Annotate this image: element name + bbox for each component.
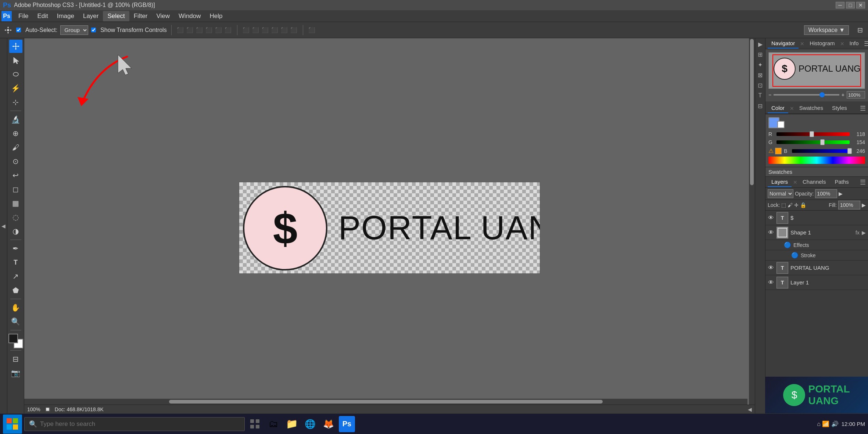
show-transform-checkbox[interactable] (91, 28, 96, 32)
rt-icon-5[interactable]: T (756, 91, 765, 100)
fill-input[interactable] (838, 201, 860, 209)
panel-collapse-left[interactable]: ◀ (0, 38, 7, 413)
dodge-tool[interactable]: ◑ (9, 225, 22, 238)
eyedropper-tool[interactable]: 🔬 (9, 113, 22, 126)
b-thumb[interactable] (847, 148, 852, 154)
zoom-minus[interactable]: − (768, 92, 771, 98)
dist-v-centers[interactable]: ⬛ (251, 26, 260, 35)
layer-visibility-dollar[interactable]: 👁 (768, 215, 774, 221)
layer-visibility-shape1[interactable]: 👁 (768, 229, 774, 236)
taskbar-firefox-icon[interactable]: 🦊 (320, 416, 337, 432)
move-tool[interactable] (9, 40, 22, 53)
maximize-button[interactable]: □ (846, 2, 855, 8)
eraser-tool[interactable]: ◻ (9, 183, 22, 196)
minimize-button[interactable]: ─ (836, 2, 844, 8)
menu-help[interactable]: Help (205, 11, 227, 21)
auto-select-dropdown[interactable]: Group Layer (60, 25, 88, 35)
nav-zoom-input[interactable] (847, 91, 865, 98)
r-thumb[interactable] (810, 131, 814, 137)
taskbar-chrome-icon[interactable]: 🌐 (302, 416, 318, 432)
foreground-color-swatch[interactable] (8, 334, 18, 343)
layer-item-layer1[interactable]: 👁 T Layer 1 (765, 275, 868, 290)
lock-all[interactable]: 🔒 (800, 202, 806, 208)
r-slider[interactable] (776, 132, 850, 136)
g-slider[interactable] (776, 140, 850, 144)
bg-swatch[interactable] (777, 121, 785, 128)
selection-tool[interactable] (9, 54, 22, 67)
opacity-arrow[interactable]: ▶ (839, 191, 843, 197)
v-scroll-thumb[interactable] (750, 39, 754, 186)
color-panel-menu[interactable]: ☰ (860, 104, 866, 112)
align-right-edges[interactable]: ⬛ (195, 26, 204, 35)
dist-left[interactable]: ⬛ (270, 26, 279, 35)
nav-zoom-slider[interactable] (774, 94, 839, 96)
nav-arrow-left[interactable]: ◀ (748, 406, 752, 412)
hand-tool[interactable]: ✋ (9, 301, 22, 314)
layer-visibility-layer1[interactable]: 👁 (768, 279, 774, 286)
transform-icon[interactable]: ⬛ (308, 26, 316, 35)
layer-arrow-shape1[interactable]: ▶ (862, 230, 866, 236)
blend-mode-dropdown[interactable]: Normal Multiply Screen (768, 189, 793, 198)
canvas-area[interactable]: $ PORTAL UANG 100% 🔲 Doc: (24, 38, 755, 413)
dist-bottom[interactable]: ⬛ (261, 26, 270, 35)
magic-wand[interactable]: ⚡ (9, 82, 22, 95)
shape-tool[interactable]: ⬟ (9, 284, 22, 297)
opacity-input[interactable] (815, 189, 837, 198)
h-scroll-thumb[interactable] (169, 400, 603, 403)
layer-item-shape1[interactable]: 👁 Shape 1 fx ▶ (765, 225, 868, 240)
taskbar-ps-icon[interactable]: Ps (339, 416, 355, 432)
rt-icon-4[interactable]: ⊡ (756, 81, 765, 90)
tab-layers[interactable]: Layers (768, 177, 792, 187)
tab-color[interactable]: Color (768, 103, 788, 113)
search-bar[interactable]: 🔍 (24, 417, 245, 431)
lock-transparent[interactable]: ⬚ (781, 202, 786, 208)
fill-arrow[interactable]: ▶ (862, 202, 866, 208)
menu-filter[interactable]: Filter (129, 11, 152, 21)
layers-panel-menu[interactable]: ☰ (860, 178, 866, 186)
color-gradient-bar[interactable] (768, 157, 865, 164)
taskbar-files-icon[interactable]: 📁 (284, 416, 300, 432)
lasso-tool[interactable] (9, 68, 22, 81)
layer-fx-icon[interactable]: fx (856, 230, 860, 236)
clone-tool[interactable]: ⊙ (9, 155, 22, 168)
tab-styles[interactable]: Styles (828, 103, 851, 113)
fg-bg-swatches[interactable] (8, 334, 23, 348)
search-input[interactable] (40, 420, 240, 428)
align-centers-h[interactable]: ⬛ (214, 26, 223, 35)
align-top-edges[interactable]: ⬛ (205, 26, 214, 35)
align-centers-v[interactable]: ⬛ (186, 26, 194, 35)
color-close[interactable]: ✕ (790, 105, 794, 111)
workspace-button[interactable]: Workspace ▼ (804, 25, 849, 35)
layer-item-portal[interactable]: 👁 T PORTAL UANG (765, 261, 868, 275)
layer-item-dollar[interactable]: 👁 T $ (765, 211, 868, 225)
menu-layer[interactable]: Layer (79, 11, 103, 21)
healing-tool[interactable]: ⊕ (9, 127, 22, 140)
screen-mode[interactable]: ⊟ (9, 352, 22, 366)
move-tool-icon[interactable] (3, 25, 13, 35)
zoom-tool[interactable]: 🔍 (9, 315, 22, 328)
menu-view[interactable]: View (152, 11, 175, 21)
camera-raw[interactable]: 📷 (9, 366, 22, 380)
tab-channels[interactable]: Channels (799, 177, 829, 187)
align-left-edges[interactable]: ⬛ (176, 26, 185, 35)
rt-icon-1[interactable]: ⊞ (756, 50, 765, 59)
tab-navigator[interactable]: Navigator (768, 39, 799, 49)
b-slider[interactable] (792, 149, 850, 153)
align-bottom-edges[interactable]: ⬛ (224, 26, 233, 35)
zoom-plus[interactable]: + (842, 92, 844, 98)
horizontal-scrollbar[interactable] (24, 399, 747, 405)
nav-zoom-thumb[interactable] (819, 92, 825, 97)
rt-icon-3[interactable]: ⊠ (756, 71, 765, 79)
lock-image[interactable]: 🖌 (788, 202, 793, 208)
auto-select-checkbox[interactable] (16, 28, 21, 32)
tab-paths[interactable]: Paths (831, 177, 852, 187)
dist-top[interactable]: ⬛ (242, 26, 251, 35)
layer-visibility-portal[interactable]: 👁 (768, 265, 774, 271)
panel-toggle[interactable]: ⊟ (855, 25, 865, 35)
rt-icon-2[interactable]: ✦ (756, 60, 765, 69)
g-thumb[interactable] (820, 139, 825, 145)
vertical-scrollbar[interactable] (749, 38, 755, 405)
menu-edit[interactable]: Edit (33, 11, 52, 21)
tab-swatches[interactable]: Swatches (796, 103, 827, 113)
taskbar-apps-icon[interactable] (247, 416, 263, 432)
